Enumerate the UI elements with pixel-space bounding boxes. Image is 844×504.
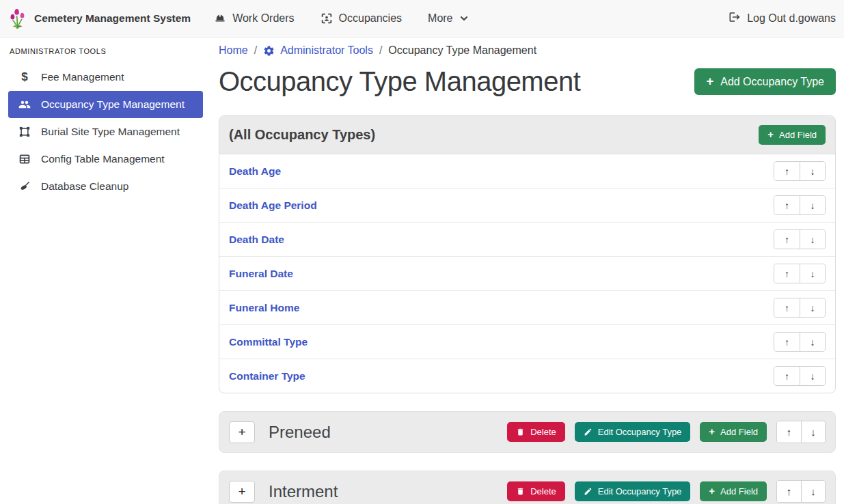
table-row: Container Type ↑ ↓ <box>219 359 835 393</box>
add-field-button[interactable]: + Add Field <box>759 125 826 145</box>
pencil-icon <box>584 428 593 436</box>
field-link[interactable]: Funeral Date <box>229 268 293 280</box>
sidebar-item-occupancy-type-management[interactable]: Occupancy Type Management <box>8 91 203 118</box>
nav-item-work-orders[interactable]: Work Orders <box>214 12 294 25</box>
add-field-button[interactable]: + Add Field <box>700 422 767 442</box>
move-up-button[interactable]: ↑ <box>777 421 801 443</box>
button-label: Delete <box>530 427 556 437</box>
section-actions: Delete Edit Occupancy Type + Add Field ↑ <box>507 421 826 443</box>
sidebar-item-label: Config Table Management <box>41 153 165 165</box>
card-title: (All Occupancy Types) <box>229 127 375 143</box>
table-row: Funeral Home ↑ ↓ <box>219 291 835 325</box>
add-field-button[interactable]: + Add Field <box>700 481 767 501</box>
move-down-button[interactable]: ↓ <box>800 162 825 180</box>
sidebar-item-label: Fee Management <box>41 71 124 83</box>
section-actions: Delete Edit Occupancy Type + Add Field ↑ <box>507 480 826 503</box>
gear-icon <box>263 45 275 57</box>
navbar-menu: Work Orders Occupancies More <box>214 12 468 25</box>
field-link[interactable]: Funeral Home <box>229 302 299 314</box>
edit-occupancy-type-button[interactable]: Edit Occupancy Type <box>575 481 691 501</box>
sidebar-item-database-cleanup[interactable]: Database Cleanup <box>8 173 203 200</box>
vector-square-icon <box>17 126 32 138</box>
nav-item-occupancies[interactable]: Occupancies <box>321 12 403 25</box>
sidebar: ADMINISTRATOR TOOLS $ Fee Management Occ… <box>0 38 208 504</box>
move-down-button[interactable]: ↓ <box>800 196 825 214</box>
plus-icon: + <box>706 75 713 87</box>
chevron-down-icon <box>459 14 469 23</box>
sidebar-item-fee-management[interactable]: $ Fee Management <box>8 64 203 91</box>
button-label: Add Field <box>720 427 758 437</box>
reorder-group: ↑ ↓ <box>774 229 826 249</box>
plus-icon: + <box>767 130 774 140</box>
button-label: Add Occupancy Type <box>720 76 824 88</box>
breadcrumb-admin-tools-link[interactable]: Administrator Tools <box>263 44 373 57</box>
move-down-button[interactable]: ↓ <box>801 421 825 443</box>
brand: Cemetery Management System <box>8 8 191 30</box>
move-down-button[interactable]: ↓ <box>800 367 825 385</box>
section-title: Interment <box>269 482 338 501</box>
field-link[interactable]: Death Age <box>229 165 281 178</box>
section-preneed: + Preneed Delete <box>219 411 836 453</box>
move-up-button[interactable]: ↑ <box>774 333 800 351</box>
move-up-button[interactable]: ↑ <box>774 298 800 317</box>
card-header: (All Occupancy Types) + Add Field <box>219 116 835 154</box>
table-row: Funeral Date ↑ ↓ <box>219 257 835 291</box>
move-up-button[interactable]: ↑ <box>774 367 800 385</box>
field-link[interactable]: Death Age Period <box>229 199 317 212</box>
nav-item-label: Work Orders <box>232 12 294 25</box>
move-up-button[interactable]: ↑ <box>774 230 800 249</box>
section-title: Preneed <box>269 423 331 442</box>
delete-button[interactable]: Delete <box>507 422 565 442</box>
add-occupancy-type-button[interactable]: + Add Occupancy Type <box>694 68 836 94</box>
sidebar-item-burial-site-type-management[interactable]: Burial Site Type Management <box>8 118 203 145</box>
dollar-icon: $ <box>17 70 32 84</box>
broom-icon <box>17 180 32 193</box>
reorder-group: ↑ ↓ <box>774 366 826 386</box>
move-up-button[interactable]: ↑ <box>774 162 800 180</box>
sidebar-item-config-table-management[interactable]: Config Table Management <box>8 145 203 173</box>
trash-icon <box>516 487 525 496</box>
tulip-logo-icon <box>8 8 27 30</box>
reorder-group: ↑ ↓ <box>774 264 826 283</box>
table-row: Death Age ↑ ↓ <box>219 154 835 188</box>
edit-occupancy-type-button[interactable]: Edit Occupancy Type <box>575 422 691 442</box>
expand-button[interactable]: + <box>229 481 255 503</box>
move-down-button[interactable]: ↓ <box>800 230 825 249</box>
expand-button[interactable]: + <box>229 421 255 443</box>
breadcrumb-separator: / <box>254 44 257 57</box>
button-label: Edit Occupancy Type <box>598 427 682 437</box>
breadcrumb-separator: / <box>379 44 382 57</box>
sidebar-heading: ADMINISTRATOR TOOLS <box>0 43 208 64</box>
breadcrumb: Home / Administrator Tools / Occupancy T… <box>219 44 836 57</box>
move-down-button[interactable]: ↓ <box>801 481 825 502</box>
logout-button[interactable]: Log Out d.gowans <box>729 11 836 26</box>
move-up-button[interactable]: ↑ <box>774 196 800 214</box>
reorder-group: ↑ ↓ <box>774 332 826 352</box>
move-down-button[interactable]: ↓ <box>800 264 825 283</box>
move-up-button[interactable]: ↑ <box>774 264 800 283</box>
button-label: Add Field <box>779 130 817 140</box>
move-down-button[interactable]: ↓ <box>800 298 825 317</box>
delete-button[interactable]: Delete <box>507 481 565 501</box>
field-link[interactable]: Committal Type <box>229 336 308 348</box>
reorder-group: ↑ ↓ <box>776 421 826 443</box>
sidebar-item-label: Burial Site Type Management <box>41 126 180 138</box>
button-label: Add Field <box>720 486 758 496</box>
move-up-button[interactable]: ↑ <box>777 481 801 502</box>
logout-label: Log Out d.gowans <box>747 12 836 25</box>
field-link[interactable]: Death Date <box>229 234 284 246</box>
nav-item-more[interactable]: More <box>428 12 468 25</box>
table-icon <box>17 153 32 165</box>
all-occupancy-types-card: (All Occupancy Types) + Add Field Death … <box>219 115 836 393</box>
button-label: Edit Occupancy Type <box>598 486 682 496</box>
pencil-icon <box>584 487 593 496</box>
field-link[interactable]: Container Type <box>229 370 305 382</box>
breadcrumb-home-link[interactable]: Home <box>219 44 248 57</box>
page-title: Occupancy Type Management <box>219 66 580 97</box>
logout-icon <box>729 11 741 26</box>
reorder-group: ↑ ↓ <box>774 195 826 215</box>
plus-icon: + <box>709 486 715 496</box>
reorder-group: ↑ ↓ <box>774 161 826 181</box>
move-down-button[interactable]: ↓ <box>800 333 825 351</box>
portrait-icon <box>321 12 333 25</box>
